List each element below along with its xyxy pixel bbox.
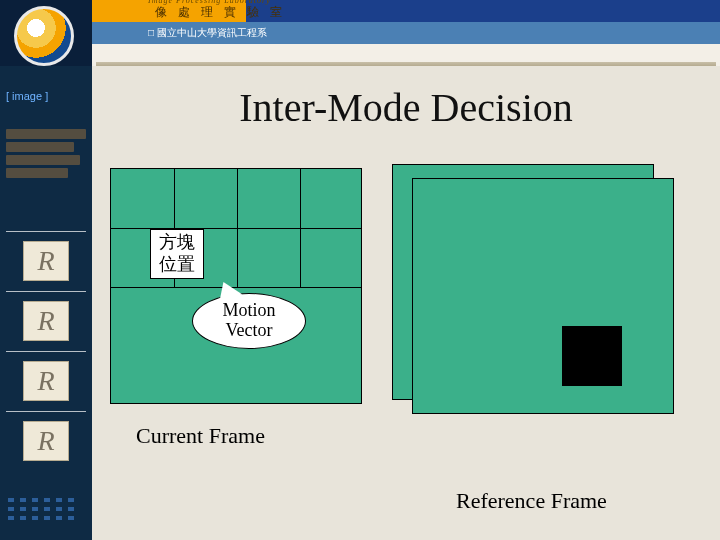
- sidebar-icon-3: R: [0, 351, 92, 411]
- block-label-line2: 位置: [159, 254, 195, 276]
- slide-body: Inter-Mode Decision 方塊 位置 Motion Vector …: [92, 66, 720, 540]
- caption-current-frame: Current Frame: [136, 423, 265, 449]
- sidebar-icon-4: R: [0, 411, 92, 471]
- banner-underline: [0, 44, 720, 66]
- motion-vector-callout: Motion Vector: [192, 293, 306, 349]
- university-mark: □ 國立中山大學資訊工程系: [148, 26, 267, 40]
- sidebar: [ image ] R R R R: [0, 66, 92, 540]
- sidebar-tag: [ image ]: [6, 90, 48, 102]
- mv-line2: Vector: [222, 321, 275, 341]
- sidebar-dots-icon: [8, 498, 76, 522]
- slide-title: Inter-Mode Decision: [92, 84, 720, 131]
- lab-logo-icon: [14, 6, 74, 66]
- mv-line1: Motion: [222, 301, 275, 321]
- matched-block-icon: [562, 326, 622, 386]
- top-banner: Image Processing Laboratory 像 處 理 實 驗 室 …: [0, 0, 720, 44]
- block-position-label: 方塊 位置: [150, 229, 204, 279]
- sidebar-menu: [6, 126, 86, 181]
- caption-reference-frame: Reference Frame: [456, 488, 607, 514]
- lab-name-ch: 像 處 理 實 驗 室: [155, 4, 286, 21]
- sidebar-icon-1: R: [0, 231, 92, 291]
- block-label-line1: 方塊: [159, 232, 195, 254]
- reference-frame-front: [412, 178, 674, 414]
- sidebar-icon-2: R: [0, 291, 92, 351]
